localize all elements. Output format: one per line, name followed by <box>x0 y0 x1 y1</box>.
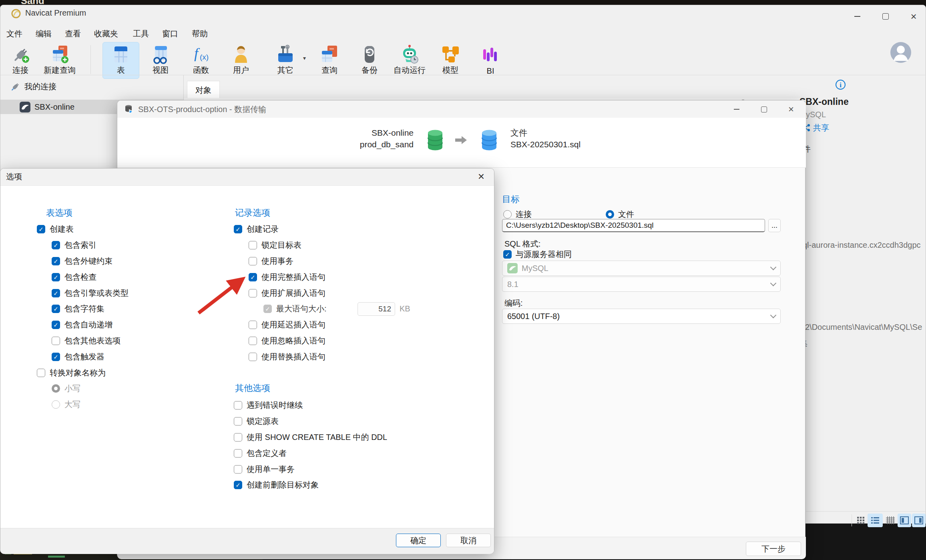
checkbox[interactable] <box>249 289 257 297</box>
browse-button[interactable]: ... <box>768 219 781 232</box>
option-include-charset[interactable]: 包含字符集 <box>52 301 129 317</box>
toolbar-backup[interactable]: 备份 <box>350 42 389 79</box>
toggle-right-panel-button[interactable] <box>912 514 926 527</box>
toggle-left-panel-button[interactable] <box>898 514 911 527</box>
checkbox[interactable] <box>234 465 242 474</box>
checkbox[interactable] <box>52 289 60 297</box>
list-view-button[interactable] <box>868 514 883 527</box>
checkbox[interactable] <box>234 481 242 489</box>
checkbox[interactable] <box>37 369 45 377</box>
option-max-statement-size[interactable]: 最大语句大小: KB <box>263 301 456 317</box>
checkbox[interactable] <box>52 321 60 329</box>
options-close-button[interactable]: × <box>472 171 490 182</box>
toolbar-new-query[interactable]: 新建查询 <box>40 42 79 79</box>
option-include-other-table-options[interactable]: 包含其他表选项 <box>52 333 129 349</box>
option-include-checks[interactable]: 包含检查 <box>52 269 129 285</box>
checkbox[interactable] <box>249 257 257 265</box>
others-dropdown-caret[interactable]: ▾ <box>303 55 306 61</box>
option-include-auto-increment[interactable]: 包含自动递增 <box>52 317 129 333</box>
checkbox[interactable] <box>234 401 242 409</box>
option-use-complete-insert[interactable]: 使用完整插入语句 <box>249 269 456 285</box>
db-version-select[interactable]: 8.1 <box>502 277 781 292</box>
detail-view-button[interactable] <box>884 514 897 527</box>
menu-favorites[interactable]: 收藏夹 <box>92 27 120 40</box>
transfer-minimize-button[interactable] <box>727 104 746 115</box>
option-use-replace-insert[interactable]: 使用替换插入语句 <box>249 349 456 365</box>
option-convert-object-names[interactable]: 转换对象名称为 <box>37 365 129 381</box>
same-as-source-option[interactable]: 与源服务器相同 <box>503 249 572 260</box>
sidebar-item-my-connections[interactable]: 我的连接 <box>10 81 56 92</box>
option-lock-target-tables[interactable]: 锁定目标表 <box>249 237 456 253</box>
checkbox[interactable] <box>234 417 242 426</box>
toolbar-users[interactable]: 用户 <box>222 42 260 79</box>
maximize-button[interactable] <box>876 11 895 22</box>
close-button[interactable]: × <box>904 11 923 22</box>
option-include-indexes[interactable]: 包含索引 <box>52 237 129 253</box>
file-path-input[interactable] <box>502 219 765 232</box>
option-use-single-transaction[interactable]: 使用单一事务 <box>234 461 387 477</box>
menu-view[interactable]: 查看 <box>63 27 82 40</box>
radio-file[interactable]: 文件 <box>606 209 634 220</box>
ok-button[interactable]: 确定 <box>396 534 441 547</box>
toolbar-model[interactable]: 模型 <box>431 42 470 79</box>
option-uppercase[interactable]: 大写 <box>52 397 129 413</box>
toolbar-automation[interactable]: 自动运行 <box>390 42 429 79</box>
same-as-source-checkbox[interactable] <box>503 250 512 259</box>
menu-edit[interactable]: 编辑 <box>34 27 53 40</box>
checkbox[interactable] <box>234 449 242 458</box>
option-use-show-create-table-ddl[interactable]: 使用 SHOW CREATE TABLE 中的 DDL <box>234 430 387 446</box>
option-continue-on-error[interactable]: 遇到错误时继续 <box>234 397 387 413</box>
minimize-button[interactable] <box>848 11 866 22</box>
toolbar-bi[interactable]: BI <box>471 42 510 79</box>
option-use-ignore-insert[interactable]: 使用忽略插入语句 <box>249 333 456 349</box>
toolbar-views[interactable]: 视图 <box>141 42 180 79</box>
option-use-extended-insert[interactable]: 使用扩展插入语句 <box>249 285 456 301</box>
transfer-maximize-button[interactable] <box>755 104 773 115</box>
checkbox[interactable] <box>249 273 257 281</box>
option-include-engine[interactable]: 包含引擎或表类型 <box>52 285 129 301</box>
db-type-select[interactable]: MySQL <box>502 261 781 276</box>
tab-objects[interactable]: 对象 <box>187 81 220 99</box>
menu-help[interactable]: 帮助 <box>190 27 209 40</box>
checkbox[interactable] <box>37 225 45 233</box>
toolbar-others[interactable]: 其它 <box>266 42 305 79</box>
radio-file-circle[interactable] <box>606 210 614 219</box>
next-button[interactable]: 下一步 <box>746 542 801 556</box>
checkbox[interactable] <box>52 241 60 249</box>
checkbox[interactable] <box>234 433 242 442</box>
toolbar-query[interactable]: 查询 <box>310 42 349 79</box>
checkbox[interactable] <box>52 305 60 313</box>
checkbox[interactable] <box>52 353 60 361</box>
transfer-close-button[interactable]: × <box>782 104 800 115</box>
encoding-select[interactable]: 65001 (UTF-8) <box>502 309 781 324</box>
toolbar-connection[interactable]: 连接 <box>1 42 40 79</box>
info-icon[interactable]: i <box>836 80 846 90</box>
checkbox[interactable] <box>52 273 60 281</box>
toolbar-functions[interactable]: f (x) 函数 <box>182 42 220 79</box>
sidebar-item-connection[interactable]: SBX-online <box>20 102 74 112</box>
checkbox[interactable] <box>249 353 257 361</box>
option-include-definer[interactable]: 包含定义者 <box>234 445 387 461</box>
menu-window[interactable]: 窗口 <box>161 27 180 40</box>
radio[interactable] <box>52 400 60 409</box>
radio[interactable] <box>52 384 60 393</box>
option-lowercase[interactable]: 小写 <box>52 381 129 397</box>
option-drop-target-before-create[interactable]: 创建前删除目标对象 <box>234 477 387 493</box>
option-lock-source-tables[interactable]: 锁定源表 <box>234 413 387 430</box>
option-use-delayed-insert[interactable]: 使用延迟插入语句 <box>249 317 456 333</box>
checkbox[interactable] <box>249 241 257 249</box>
option-create-table[interactable]: 创建表 <box>37 221 129 237</box>
avatar[interactable] <box>890 42 912 63</box>
max-statement-size-input[interactable] <box>358 302 395 316</box>
cancel-button[interactable]: 取消 <box>446 534 491 547</box>
checkbox[interactable] <box>52 257 60 265</box>
toolbar-tables[interactable]: 表 <box>102 42 140 79</box>
checkbox[interactable] <box>52 337 60 345</box>
share-link[interactable]: 共享 <box>813 122 829 133</box>
radio-connection-circle[interactable] <box>503 210 512 219</box>
option-use-transaction[interactable]: 使用事务 <box>249 253 456 269</box>
checkbox[interactable] <box>249 321 257 329</box>
menu-file[interactable]: 文件 <box>5 27 24 40</box>
option-include-foreign-keys[interactable]: 包含外键约束 <box>52 253 129 269</box>
menu-tools[interactable]: 工具 <box>131 27 151 40</box>
